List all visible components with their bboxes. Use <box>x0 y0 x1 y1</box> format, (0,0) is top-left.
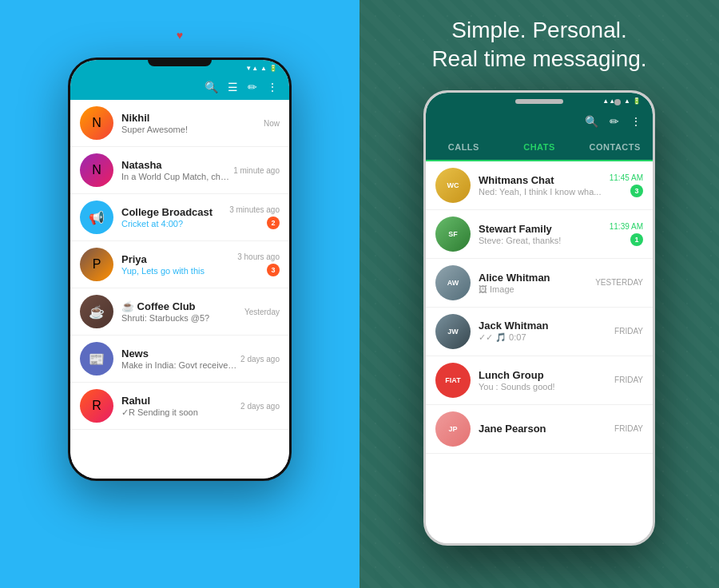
wifi-right: ▲ <box>624 97 630 105</box>
more-icon[interactable]: ⋮ <box>267 81 278 93</box>
chat-meta: 2 days ago <box>240 402 280 411</box>
chat-time-right: FRIDAY <box>614 375 643 384</box>
chat-item-right-5[interactable]: JP Jane Pearson FRIDAY <box>426 405 653 454</box>
chat-item-left-3[interactable]: P Priya Yup, Lets go with this 3 hours a… <box>70 241 289 288</box>
chat-avatar: N <box>80 106 113 140</box>
tabs-bar: CALLSCHATSCONTACTS <box>426 134 653 161</box>
chat-content: College Broadcast Cricket at 4:00? <box>121 206 229 228</box>
chat-name: College Broadcast <box>121 206 229 218</box>
chat-content: News Make in India: Govt receives propos… <box>121 348 240 370</box>
menu-icon[interactable]: ☰ <box>228 81 238 93</box>
chat-list-right: WC Whitmans Chat Ned: Yeah, I think I kn… <box>426 161 653 543</box>
compose-icon-right[interactable]: ✏ <box>610 115 619 128</box>
right-headline: Simple. Personal.Real time messaging. <box>431 16 646 74</box>
status-icons-right: ▲▲▲ ▲ 🔋 <box>602 97 643 105</box>
chat-preview: Cricket at 4:00? <box>121 219 229 228</box>
chat-list-left: N Nikhil Super Awesome! Now N Natasha In… <box>70 100 289 479</box>
chat-item-right-1[interactable]: SF Stewart Family Steve: Great, thanks! … <box>426 210 653 259</box>
tagline: ♥ <box>173 29 186 42</box>
chat-name: News <box>121 348 240 360</box>
signal-icon: ▼▲ <box>245 65 258 72</box>
chat-avatar: R <box>80 389 113 423</box>
chat-preview-right: ✓✓ 🎵 0:07 <box>479 332 614 343</box>
chat-item-left-5[interactable]: 📰 News Make in India: Govt receives prop… <box>70 336 289 383</box>
chat-item-right-2[interactable]: AW Alice Whitman 🖼 Image YESTERDAY <box>426 259 653 308</box>
battery-icon: 🔋 <box>269 65 277 72</box>
chat-avatar: 📰 <box>80 342 113 375</box>
chat-content: ☕ Coffee Club Shruti: Starbucks @5? <box>121 300 244 323</box>
app-bar-icons-left: 🔍 ☰ ✏ ⋮ <box>205 81 278 93</box>
chat-preview-right: 🖼 Image <box>479 284 595 294</box>
chat-badge: 3 <box>267 264 280 276</box>
chat-item-left-6[interactable]: R Rahul ✓R Sending it soon 2 days ago <box>70 383 289 430</box>
chat-name: Rahul <box>121 395 240 407</box>
chat-preview: In a World Cup Match, chasing 335,S... <box>121 172 233 181</box>
chat-name: Natasha <box>121 159 233 171</box>
chat-item-left-1[interactable]: N Natasha In a World Cup Match, chasing … <box>70 147 289 194</box>
chat-content-right: Lunch Group You : Sounds good! <box>479 369 614 391</box>
chat-avatar: 📢 <box>80 201 113 234</box>
left-header: ♥ <box>173 24 186 42</box>
chat-time: 2 days ago <box>240 402 280 411</box>
chat-meta-right: 11:45 AM 3 <box>610 173 643 197</box>
right-panel: Simple. Personal.Real time messaging. ▲▲… <box>360 0 719 588</box>
right-header: Simple. Personal.Real time messaging. <box>431 16 646 74</box>
search-icon-right[interactable]: 🔍 <box>585 115 598 128</box>
chat-preview: Make in India: Govt receives proposals..… <box>121 360 240 370</box>
tab-contacts[interactable]: CONTACTS <box>577 134 653 160</box>
chat-time: 2 days ago <box>240 355 280 364</box>
chat-item-right-3[interactable]: JW Jack Whitman ✓✓ 🎵 0:07 FRIDAY <box>426 308 653 356</box>
app-bar-right: 🔍 ✏ ⋮ <box>426 109 653 134</box>
chat-time-right: 11:39 AM <box>610 222 643 231</box>
chat-meta: Yesterday <box>244 308 280 316</box>
signal-right: ▲▲▲ <box>602 97 622 105</box>
chat-time-right: YESTERDAY <box>595 278 643 287</box>
chat-meta: 3 minutes ago 2 <box>229 205 280 229</box>
chat-badge: 2 <box>267 217 280 229</box>
chat-name-right: Stewart Family <box>479 223 610 235</box>
chat-time: Yesterday <box>244 308 280 316</box>
chat-time: Now <box>264 119 280 128</box>
chat-badge-right: 3 <box>630 185 643 197</box>
chat-avatar: N <box>80 153 113 187</box>
chat-name: Nikhil <box>121 112 264 124</box>
chat-content-right: Whitmans Chat Ned: Yeah, I think I know … <box>479 174 610 197</box>
chat-meta-right: YESTERDAY <box>595 278 643 287</box>
chat-name-right: Jane Pearson <box>479 423 614 435</box>
chat-item-right-4[interactable]: FIAT Lunch Group You : Sounds good! FRID… <box>426 356 653 405</box>
compose-icon[interactable]: ✏ <box>248 81 257 93</box>
chat-name-right: Lunch Group <box>479 369 614 381</box>
chat-name: ☕ Coffee Club <box>121 300 244 312</box>
chat-avatar-right: FIAT <box>435 363 471 398</box>
tab-calls[interactable]: CALLS <box>426 134 502 160</box>
chat-item-left-0[interactable]: N Nikhil Super Awesome! Now <box>70 100 289 147</box>
chat-meta: 1 minute ago <box>233 166 280 175</box>
left-panel: ♥ ▼▲ ▲ 🔋 🔍 ☰ ✏ ⋮ <box>0 0 360 588</box>
chat-avatar: P <box>80 248 113 281</box>
chat-avatar-right: WC <box>435 168 471 203</box>
phone-right: ▲▲▲ ▲ 🔋 🔍 ✏ ⋮ CALLSCHATSCONTACTS <box>423 90 655 546</box>
more-icon-right[interactable]: ⋮ <box>630 115 642 128</box>
chat-item-right-0[interactable]: WC Whitmans Chat Ned: Yeah, I think I kn… <box>426 161 653 210</box>
chat-meta-right: FRIDAY <box>614 327 643 336</box>
chat-content: Natasha In a World Cup Match, chasing 33… <box>121 159 233 181</box>
chat-preview: Yup, Lets go with this <box>121 266 237 276</box>
chat-time-right: FRIDAY <box>614 424 643 433</box>
chat-name-right: Whitmans Chat <box>479 174 610 186</box>
chat-avatar-right: AW <box>435 265 471 300</box>
chat-meta: 2 days ago <box>240 355 280 364</box>
tab-chats[interactable]: CHATS <box>502 134 578 161</box>
chat-content-right: Jack Whitman ✓✓ 🎵 0:07 <box>479 320 614 343</box>
chat-content: Nikhil Super Awesome! <box>121 112 264 134</box>
chat-preview-right: Steve: Great, thanks! <box>479 236 610 245</box>
chat-preview-right: Ned: Yeah, I think I know wha... <box>479 187 610 197</box>
chat-avatar-right: JW <box>435 314 471 349</box>
phone-left: ▼▲ ▲ 🔋 🔍 ☰ ✏ ⋮ N N <box>68 58 292 481</box>
chat-item-left-4[interactable]: ☕ ☕ Coffee Club Shruti: Starbucks @5? Ye… <box>70 288 289 336</box>
search-icon[interactable]: 🔍 <box>205 81 218 93</box>
chat-preview-right: You : Sounds good! <box>479 382 614 391</box>
chat-item-left-2[interactable]: 📢 College Broadcast Cricket at 4:00? 3 m… <box>70 194 289 241</box>
chat-time-right: FRIDAY <box>614 327 643 336</box>
chat-badge-right: 1 <box>630 233 643 246</box>
app-bar-left: 🔍 ☰ ✏ ⋮ <box>70 74 289 100</box>
